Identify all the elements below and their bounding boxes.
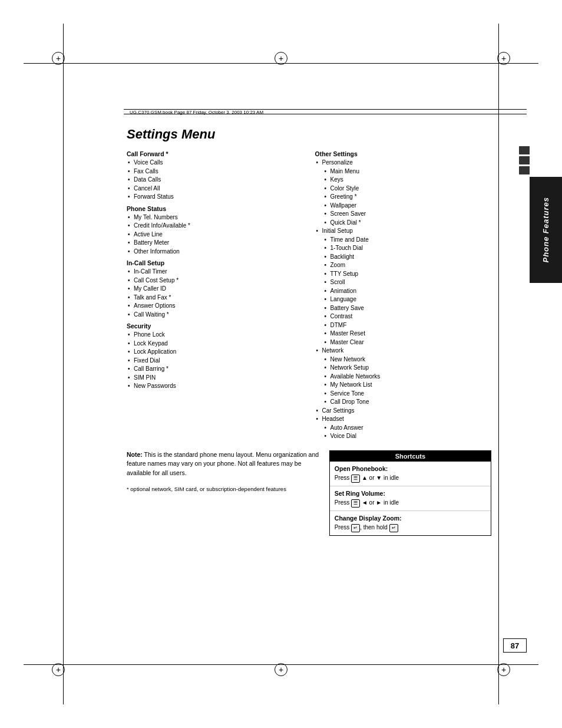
header-text: UG.C370.GSM.book Page 87 Friday, October… (130, 110, 263, 115)
list-item: Call Waiting * (134, 311, 303, 319)
side-tab-label: Phone Features (541, 197, 550, 263)
list-item: My Caller ID (134, 285, 303, 294)
list-item: Voice Dial (330, 432, 492, 441)
key-icon-menu: ☰ (351, 475, 360, 483)
list-item-headset: Headset (322, 415, 492, 424)
list-item: Auto Answer (330, 424, 492, 433)
list-item: Active Line (134, 230, 303, 239)
shortcut-phonebook-desc: Press ☰ ▲ or ▼ in idle (335, 473, 486, 482)
tab-marker-1 (519, 146, 530, 154)
list-item: Talk and Fax * (134, 294, 303, 302)
list-item: My Tel. Numbers (134, 213, 303, 222)
v-rule-left (63, 24, 64, 704)
list-item: Call Barring * (134, 365, 303, 374)
security-items: Phone Lock Lock Keypad Lock Application … (127, 331, 303, 391)
list-item: Call Drop Tone (330, 398, 492, 407)
section-in-call-setup: In-Call Setup (127, 259, 303, 266)
list-item: My Network List (330, 381, 492, 390)
list-item: Battery Meter (134, 239, 303, 248)
list-item: TTY Setup (330, 270, 492, 279)
shortcut-zoom-desc: Press ↵, then hold ↵ (335, 523, 486, 532)
list-item: Fax Calls (134, 167, 303, 176)
initial-setup-sub: Time and Date 1-Touch Dial Backlight Zoo… (322, 236, 492, 347)
list-item: SIM PIN (134, 374, 303, 383)
key-icon-menu2: ☰ (351, 499, 360, 508)
shortcut-ring-label: Set Ring Volume: (335, 489, 486, 499)
list-item: In-Call Timer (134, 268, 303, 276)
tab-marker-3 (519, 166, 530, 174)
list-item: Call Cost Setup * (134, 276, 303, 285)
list-item: Zoom (330, 261, 492, 270)
list-item: Fixed Dial (134, 357, 303, 365)
list-item: Keys (330, 176, 492, 185)
list-item: Forward Status (134, 193, 303, 202)
reg-mark-br (497, 663, 510, 676)
shortcut-zoom-label: Change Display Zoom: (335, 514, 486, 523)
left-column: Call Forward * Voice Calls Fax Calls Dat… (127, 150, 303, 441)
side-tab: Phone Features (530, 177, 562, 283)
shortcut-item-phonebook: Open Phonebook: Press ☰ ▲ or ▼ in idle (330, 462, 491, 486)
list-item: Screen Saver (330, 210, 492, 219)
section-other-settings: Other Settings (315, 150, 492, 157)
list-item: Quick Dial * (330, 219, 492, 228)
main-content: Settings Menu Call Forward * Voice Calls… (127, 121, 491, 645)
note-section: Note: This is the standard phone menu la… (127, 450, 320, 536)
list-item: Cancel All (134, 185, 303, 193)
shortcut-phonebook-label: Open Phonebook: (335, 465, 486, 474)
list-item: Contrast (330, 312, 492, 321)
tab-marker-2 (519, 156, 530, 164)
reg-mark-bl (52, 663, 65, 676)
list-item: Credit Info/Available * (134, 222, 303, 230)
list-item: Data Calls (134, 176, 303, 185)
list-item: Animation (330, 287, 492, 296)
note-body: This is the standard phone menu layout. … (127, 451, 319, 477)
list-item: Answer Options (134, 302, 303, 311)
list-item-initial-setup: Initial Setup (322, 227, 492, 236)
key-icon-zoom2: ↵ (389, 524, 398, 532)
list-item: Available Networks (330, 373, 492, 381)
list-item: Service Tone (330, 390, 492, 398)
list-item: Scroll (330, 278, 492, 287)
list-item: Wallpaper (330, 202, 492, 210)
section-phone-status: Phone Status (127, 205, 303, 212)
list-item: New Network (330, 355, 492, 364)
list-item: Color Style (330, 185, 492, 193)
list-item: 1-Touch Dial (330, 244, 492, 253)
list-item: Phone Lock (134, 331, 303, 340)
phone-status-items: My Tel. Numbers Credit Info/Available * … (127, 213, 303, 256)
headset-sub: Auto Answer Voice Dial (322, 424, 492, 441)
footnote: * optional network, SIM card, or subscri… (127, 485, 320, 493)
section-security: Security (127, 322, 303, 330)
reg-mark-tc (275, 52, 287, 65)
shortcuts-title: Shortcuts (330, 451, 491, 462)
list-item: Other Information (134, 248, 303, 256)
right-column: Other Settings Personalize Main Menu Key… (315, 150, 492, 441)
reg-mark-tl (52, 52, 65, 65)
bottom-section: Note: This is the standard phone menu la… (127, 450, 491, 536)
in-call-setup-items: In-Call Timer Call Cost Setup * My Calle… (127, 268, 303, 319)
reg-mark-bc (275, 663, 287, 676)
list-item: Master Reset (330, 330, 492, 338)
v-rule-right (498, 24, 499, 704)
shortcuts-box: Shortcuts Open Phonebook: Press ☰ ▲ or ▼… (329, 450, 491, 536)
shortcut-item-zoom: Change Display Zoom: Press ↵, then hold … (330, 511, 491, 535)
page-title: Settings Menu (127, 127, 491, 142)
page-number: 87 (503, 638, 527, 653)
menu-columns: Call Forward * Voice Calls Fax Calls Dat… (127, 150, 491, 441)
list-item: Lock Application (134, 348, 303, 357)
list-item: Time and Date (330, 236, 492, 245)
network-sub: New Network Network Setup Available Netw… (322, 355, 492, 407)
list-item-network: Network (322, 347, 492, 355)
list-item: Master Clear (330, 338, 492, 347)
note-text: Note: This is the standard phone menu la… (127, 450, 320, 478)
list-item: Network Setup (330, 364, 492, 373)
tab-markers (519, 146, 530, 174)
list-item: Lock Keypad (134, 340, 303, 348)
list-item-personalize: Personalize (322, 159, 492, 167)
key-icon-zoom1: ↵ (351, 524, 360, 532)
list-item: Greeting * (330, 193, 492, 202)
personalize-sub: Main Menu Keys Color Style Greeting * Wa… (322, 167, 492, 228)
list-item: Language (330, 295, 492, 304)
shortcut-ring-desc: Press ☰ ◄ or ► in idle (335, 498, 486, 507)
list-item-car-settings: Car Settings (322, 407, 492, 416)
